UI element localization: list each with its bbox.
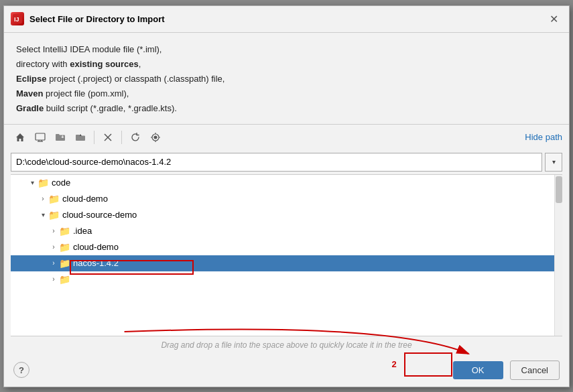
toolbar-sep-1 <box>94 131 94 144</box>
new-folder-button[interactable]: + <box>51 129 70 146</box>
folder-icon-cloud-source-demo: 📁 <box>48 210 60 220</box>
annotation-box-ok: 2 <box>404 352 452 377</box>
hide-path-link[interactable]: Hide path <box>525 132 562 142</box>
desc-line5: Gradle build script (*.gradle, *.gradle.… <box>16 101 557 116</box>
arrow-nacos: › <box>48 259 59 267</box>
folder-icon-nacos: 📁 <box>59 258 70 269</box>
tree-label-cloud-source-demo: cloud-source-demo <box>62 210 137 220</box>
import-dialog: IJ Select File or Directory to Import ✕ … <box>3 5 570 387</box>
ok-button[interactable]: OK <box>453 361 503 379</box>
folder-icon-cloud-demo-1: 📁 <box>48 194 60 204</box>
arrow-cloud-demo-2: › <box>48 243 59 251</box>
arrow-cloud-source-demo: ▾ <box>38 211 48 218</box>
tree-item-cloud-source-demo[interactable]: ▾ 📁 cloud-source-demo <box>11 207 562 223</box>
dialog-title: Select File or Directory to Import <box>29 14 165 24</box>
folder-icon-placeholder: 📁 <box>59 274 70 285</box>
path-input-row: ▾ <box>4 150 569 174</box>
svg-text:+: + <box>61 134 64 140</box>
bottom-bar: ? 2 OK Cancel <box>4 354 569 387</box>
desc-line4: Maven project file (pom.xml), <box>16 86 557 101</box>
path-input[interactable] <box>11 153 542 172</box>
bottom-buttons: 2 OK Cancel <box>453 361 560 380</box>
svg-point-11 <box>154 136 157 139</box>
tree-item-nacos[interactable]: 1 › 📁 nacos-1.4.2 <box>11 255 562 271</box>
path-dropdown-button[interactable]: ▾ <box>545 153 562 172</box>
tree-item-cloud-demo-2[interactable]: › 📁 cloud-demo <box>11 239 562 255</box>
close-button[interactable]: ✕ <box>546 11 562 27</box>
arrow-code: ▾ <box>27 179 38 186</box>
desc-line1: Select IntelliJ IDEA module file (*.iml)… <box>16 42 557 57</box>
desc-line3: Eclipse project (.project) or classpath … <box>16 72 557 86</box>
desc-line2: directory with existing sources, <box>16 57 557 72</box>
tree-item-placeholder[interactable]: › 📁 <box>11 271 562 287</box>
app-icon: IJ <box>11 12 24 25</box>
ok-btn-wrapper: 2 OK <box>453 361 503 379</box>
delete-button[interactable] <box>99 129 117 146</box>
annotation-num-2: 2 <box>391 359 398 369</box>
svg-text:IJ: IJ <box>14 16 19 23</box>
scrollbar-thumb <box>556 176 562 203</box>
cancel-button[interactable]: Cancel <box>510 361 560 380</box>
toolbar-buttons: + <box>11 129 165 146</box>
drag-drop-hint: Drag and drop a file into the space abov… <box>4 336 569 354</box>
tree-label-cloud-demo-2: cloud-demo <box>73 242 119 252</box>
folder-icon-code: 📁 <box>38 178 49 188</box>
tree-label-nacos: nacos-1.4.2 <box>73 258 119 268</box>
svg-marker-7 <box>79 134 82 136</box>
show-hidden-button[interactable] <box>146 129 165 146</box>
title-bar: IJ Select File or Directory to Import ✕ <box>4 6 569 33</box>
tree-label-code: code <box>52 178 70 188</box>
toolbar-sep-2 <box>121 131 122 144</box>
tree-label-cloud-demo-1: cloud-demo <box>62 194 108 204</box>
arrow-cloud-demo-1: › <box>38 195 48 202</box>
folder-icon-cloud-demo-2: 📁 <box>59 242 70 253</box>
help-button[interactable]: ? <box>13 362 29 378</box>
description-area: Select IntelliJ IDEA module file (*.iml)… <box>4 33 569 124</box>
tree-item-code[interactable]: ▾ 📁 code <box>11 175 562 191</box>
toolbar: + <box>4 124 569 150</box>
tree-item-cloud-demo-1[interactable]: › 📁 cloud-demo <box>11 191 562 207</box>
up-folder-button[interactable] <box>71 129 90 146</box>
arrow-idea: › <box>48 227 59 235</box>
title-bar-left: IJ Select File or Directory to Import <box>11 12 165 25</box>
arrow-placeholder: › <box>48 275 59 283</box>
refresh-button[interactable] <box>126 129 145 146</box>
svg-rect-2 <box>36 133 45 140</box>
desktop-button[interactable] <box>31 129 50 146</box>
folder-icon-idea: 📁 <box>59 226 70 237</box>
home-button[interactable] <box>11 129 29 146</box>
tree-item-idea[interactable]: › 📁 .idea <box>11 223 562 239</box>
tree-label-idea: .idea <box>73 226 92 236</box>
file-tree[interactable]: ▾ 📁 code › 📁 cloud-demo ▾ 📁 cloud-source… <box>11 174 562 336</box>
tree-scrollbar[interactable] <box>554 175 562 336</box>
